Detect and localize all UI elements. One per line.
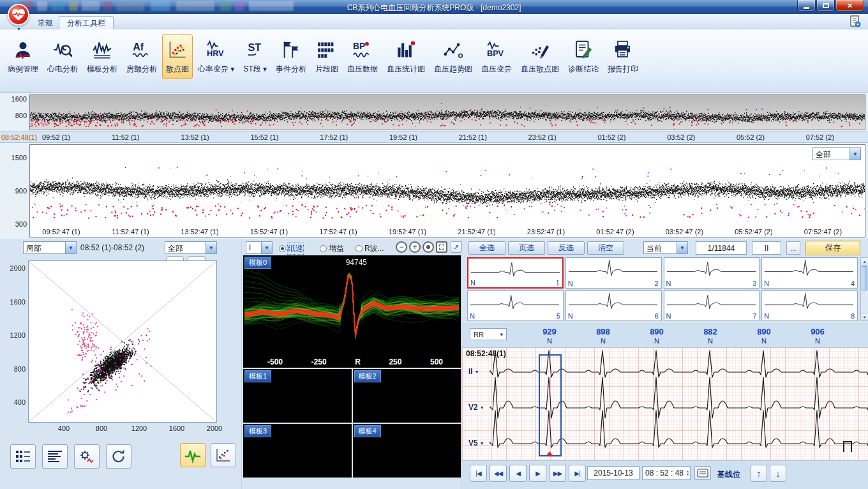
beat-thumbnail[interactable]: N7 — [664, 290, 760, 322]
rr-label-box[interactable]: RR▾ — [470, 328, 507, 340]
toolbar-item-report-print[interactable]: 报告打印 — [604, 34, 642, 79]
annotation-button[interactable] — [694, 466, 711, 480]
chevron-down-icon[interactable]: ▼ — [677, 242, 687, 253]
rr-value-cell[interactable]: 890N — [737, 325, 791, 345]
report-settings-icon[interactable] — [849, 15, 862, 28]
rr-trend-chart[interactable]: 09:52:47 (1)11:52:47 (1)13:52:47 (1)15:5… — [29, 144, 865, 237]
toolbar-item-st-segment[interactable]: STST段 ▾ — [239, 34, 271, 79]
ecg-strip-area[interactable]: 08:52:48(1) II▼ V2▼ V5▼ — [462, 347, 868, 460]
baseline-up-button[interactable]: ↑ — [751, 465, 767, 482]
toolbar-item-bp-scatter[interactable]: 血压散点图 — [517, 34, 563, 79]
chevron-down-icon[interactable]: ▼ — [206, 242, 216, 253]
lead-II-selector[interactable]: II▼ — [468, 367, 479, 376]
beat-thumbnail[interactable]: N3 — [664, 257, 760, 289]
refresh-button[interactable] — [106, 444, 131, 469]
rr-value-cell[interactable]: 898N — [576, 325, 630, 345]
poincare-canvas[interactable] — [29, 261, 216, 422]
minimize-button[interactable] — [797, 0, 816, 11]
template-4-view[interactable]: 模板4 — [353, 424, 461, 478]
toolbar-item-diagnosis[interactable]: 诊断结论 — [564, 34, 602, 79]
scatter-view-button[interactable] — [211, 443, 236, 467]
close-button[interactable]: × — [835, 0, 864, 11]
rewind-button[interactable]: ◀◀ — [490, 465, 507, 482]
zoom-in-button[interactable]: + — [409, 241, 421, 253]
baseline-down-button[interactable]: ↓ — [770, 465, 786, 482]
toolbar-item-ecg-analysis[interactable]: 心电分析 — [43, 34, 82, 79]
analysis-settings-button[interactable] — [74, 444, 100, 469]
chevron-down-icon[interactable]: ▼ — [65, 242, 76, 253]
beat-filter-dropdown[interactable]: 当前 ▼ — [643, 241, 688, 254]
interval-list-button[interactable] — [42, 444, 68, 469]
toolbar-item-hrv[interactable]: HRV心率变异 ▾ — [194, 34, 238, 79]
selected-beat-box[interactable] — [539, 354, 562, 456]
step-forward-button[interactable]: ▶ — [529, 465, 546, 482]
overview-strip[interactable]: 1600800 — [0, 93, 868, 132]
overview-chart-canvas[interactable] — [29, 94, 865, 130]
toolbar-item-bp-statistics[interactable]: 血压统计图 — [383, 34, 429, 79]
toolbar-item-fragment-chart[interactable]: 片段图 — [311, 34, 342, 79]
toolbar-item-case-management[interactable]: 病例管理 — [4, 34, 42, 79]
rr-value-cell[interactable]: 890N — [630, 325, 684, 345]
fast-forward-button[interactable]: ▶▶ — [549, 465, 566, 482]
rr-value-cell[interactable]: 906N — [791, 325, 844, 345]
invert-select-button[interactable]: 反选 — [548, 241, 585, 255]
date-display[interactable]: 2015-10-13 — [587, 466, 640, 480]
logo-dropdown-arrow-icon[interactable]: ▼ — [17, 27, 21, 31]
beat-thumbnail[interactable]: N8 — [761, 290, 858, 322]
crop-select-button[interactable] — [436, 241, 447, 253]
toolbar-item-bp-trend[interactable]: 血压趋势图 — [430, 34, 476, 79]
rr-value-cell[interactable]: 882N — [684, 325, 737, 345]
popout-button[interactable]: ↗ — [451, 241, 461, 253]
toolbar-item-bp-data[interactable]: BP血压数据 — [343, 34, 382, 79]
toolbar-item-bp-variability[interactable]: BPV血压变异 — [477, 34, 516, 79]
maximize-button[interactable] — [816, 0, 835, 11]
beat-thumbnail[interactable]: N2 — [565, 257, 662, 289]
select-all-button[interactable]: 全选 — [468, 241, 505, 255]
scroll-down-icon[interactable]: ▼ — [861, 313, 868, 320]
ecg-strip-canvas[interactable] — [462, 348, 868, 460]
skip-first-button[interactable]: |◀ — [470, 465, 487, 482]
save-button[interactable]: 保存 — [805, 241, 860, 255]
scatter-mode-dropdown[interactable]: 局部 ▼ — [23, 241, 77, 254]
lead-select-dropdown[interactable]: I ▼ — [246, 241, 273, 254]
chevron-down-icon[interactable]: ▼ — [261, 242, 272, 253]
ecg-view-button[interactable] — [180, 443, 206, 467]
tab-analysis-toolbar[interactable]: 分析工具栏 — [59, 16, 114, 29]
lead-V2-selector[interactable]: V2▼ — [468, 403, 484, 412]
chevron-down-icon[interactable]: ▼ — [849, 148, 860, 160]
lead-V5-selector[interactable]: V5▼ — [468, 439, 484, 448]
toolbar-item-template-analysis[interactable]: 模板分析 — [83, 34, 121, 79]
app-logo-heart[interactable] — [8, 4, 29, 26]
more-button[interactable]: ... — [786, 241, 800, 255]
beat-thumbnail[interactable]: N4 — [761, 257, 858, 289]
beat-list-button[interactable] — [10, 444, 36, 469]
toolbar-item-af-analysis[interactable]: Af房颤分析 — [123, 34, 161, 79]
skip-last-button[interactable]: ▶| — [569, 465, 586, 482]
scrollbar-thumb[interactable] — [862, 266, 867, 290]
template-1-view[interactable]: 模板1 — [243, 369, 352, 423]
step-back-button[interactable]: ◀ — [509, 465, 527, 482]
titlebar[interactable]: CB系列心电血压回顾分析系统PRO版 - [demo2302] × — [0, 0, 868, 14]
zoom-out-button[interactable]: − — [396, 241, 407, 253]
template-3-view[interactable]: 模板3 — [243, 424, 352, 478]
rwave-radio[interactable]: R波... — [355, 243, 384, 254]
clear-select-button[interactable]: 清空 — [587, 241, 624, 255]
trend-chart-canvas[interactable] — [30, 145, 865, 237]
beat-thumbnail[interactable]: N6 — [565, 290, 662, 322]
scroll-up-icon[interactable]: ▲ — [861, 258, 868, 266]
paper-speed-radio[interactable]: 纸速 — [279, 243, 303, 254]
center-view-button[interactable] — [423, 241, 434, 253]
time-spinner[interactable]: ▴▾ — [687, 470, 689, 476]
select-page-button[interactable]: 页选 — [508, 241, 545, 255]
tab-general[interactable]: 常规 — [29, 16, 61, 29]
template-2-view[interactable]: 模板2 — [353, 369, 461, 423]
toolbar-item-event-analysis[interactable]: 事件分析 — [272, 34, 310, 79]
beat-thumbnail[interactable]: N1 — [467, 257, 564, 289]
gain-radio[interactable]: 增益 — [320, 243, 344, 254]
beat-thumbnail[interactable]: N5 — [467, 290, 564, 322]
poincare-plot[interactable] — [28, 260, 217, 423]
rr-value-cell[interactable]: 929N — [523, 325, 576, 345]
beats-scrollbar[interactable]: ▲ ▼ — [860, 257, 868, 321]
trend-filter-dropdown[interactable]: 全部 ▼ — [812, 147, 861, 160]
template-0-view[interactable]: 模板0 94745 -500-250R250500 — [243, 255, 461, 368]
